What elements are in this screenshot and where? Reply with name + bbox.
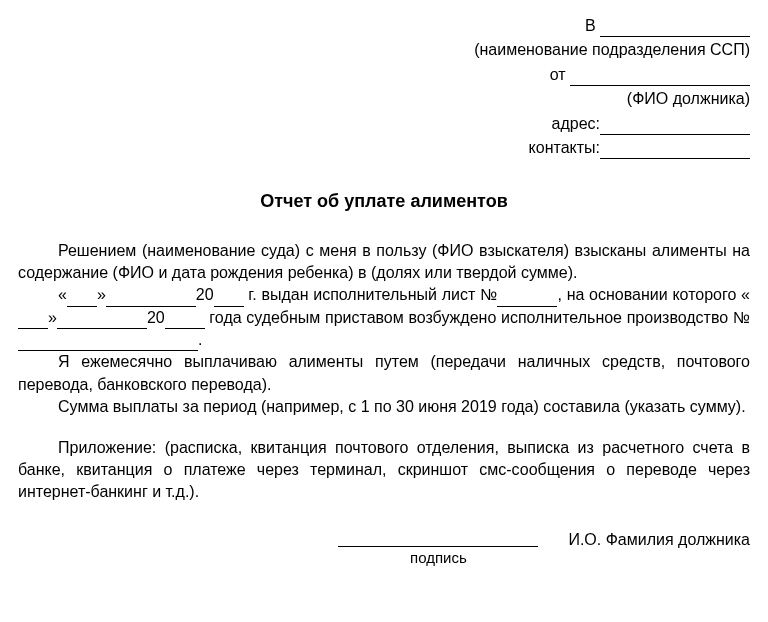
year-blank-2[interactable] xyxy=(165,311,205,329)
to-blank[interactable] xyxy=(600,19,750,37)
address-label: адрес: xyxy=(552,115,600,132)
from-blank[interactable] xyxy=(570,68,750,86)
from-caption: (ФИО должника) xyxy=(18,88,750,110)
contacts-label: контакты: xyxy=(529,139,600,156)
quote-open-1: « xyxy=(58,286,67,303)
period-2: . xyxy=(198,331,202,348)
signer-name: И.О. Фамилия должника xyxy=(568,529,750,551)
text-after-year-1: г. выдан исполнительный лист № xyxy=(244,286,498,303)
from-line: от xyxy=(18,64,750,86)
paragraph-4: Сумма выплаты за период (например, с 1 п… xyxy=(18,396,750,418)
year-prefix-1: 20 xyxy=(196,286,214,303)
month-blank-2[interactable] xyxy=(57,311,147,329)
paragraph-2: «»20 г. выдан исполнительный лист №, на … xyxy=(18,284,750,351)
contacts-blank[interactable] xyxy=(600,141,750,159)
document-header: В (наименование подразделения ССП) от (Ф… xyxy=(18,15,750,159)
day-blank-1[interactable] xyxy=(67,289,97,307)
document-title: Отчет об уплате алиментов xyxy=(18,189,750,214)
year-prefix-2: 20 xyxy=(147,309,165,326)
address-blank[interactable] xyxy=(600,117,750,135)
contacts-line: контакты: xyxy=(18,137,750,159)
paragraph-1: Решением (наименование суда) с меня в по… xyxy=(18,240,750,285)
month-blank-1[interactable] xyxy=(106,289,196,307)
from-prefix: от xyxy=(550,66,566,83)
proceeding-number-blank[interactable] xyxy=(18,333,198,351)
text-after-num: , на основании которого « xyxy=(557,286,750,303)
writ-number-blank[interactable] xyxy=(497,289,557,307)
paragraph-5: Приложение: (расписка, квитанция почтово… xyxy=(18,437,750,504)
to-line: В xyxy=(18,15,750,37)
to-prefix: В xyxy=(585,17,596,34)
document-body: Решением (наименование суда) с меня в по… xyxy=(18,240,750,504)
signature-blank[interactable] xyxy=(338,529,538,547)
quote-close-2: » xyxy=(48,309,57,326)
text-after-year-2: года судебным приставом возбуждено испол… xyxy=(205,309,750,326)
paragraph-3: Я ежемесячно выплачиваю алименты путем (… xyxy=(18,351,750,396)
to-caption: (наименование подразделения ССП) xyxy=(18,39,750,61)
signature-block: подпись И.О. Фамилия должника xyxy=(18,529,750,568)
signature-line-container: подпись xyxy=(338,529,538,568)
address-line: адрес: xyxy=(18,113,750,135)
day-blank-2[interactable] xyxy=(18,311,48,329)
year-blank-1[interactable] xyxy=(214,289,244,307)
signature-label: подпись xyxy=(338,547,538,568)
quote-close-1: » xyxy=(97,286,106,303)
